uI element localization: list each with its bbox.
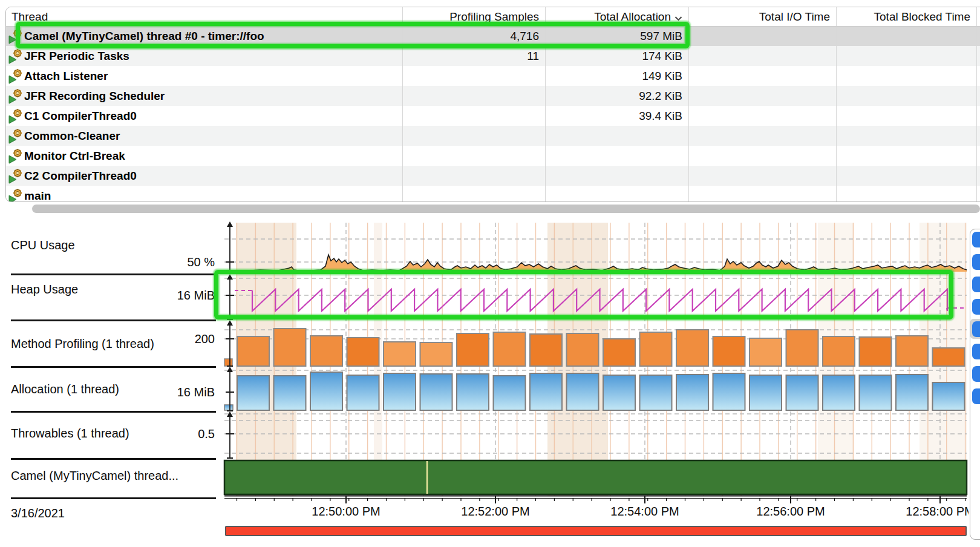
header-divider (6, 26, 980, 27)
lane-axis-arrow (227, 320, 233, 326)
lane-label-4: Throwables (1 thread) (11, 427, 129, 441)
total-allocation-value (551, 166, 682, 186)
time-tick-label: 12:58:00 PM (906, 505, 969, 519)
profiling-samples-value (408, 106, 539, 126)
allocation-bar (786, 375, 818, 410)
lane-label-1: Heap Usage (11, 283, 78, 296)
method-profiling-stub (224, 359, 232, 366)
thread-table: Thread Profiling Samples Total Allocatio… (5, 7, 980, 202)
method-profiling-bar (237, 336, 269, 366)
allocation-stub (224, 405, 233, 410)
lane-separator (11, 319, 216, 321)
method-profiling-bar (347, 338, 379, 366)
column-header-thread[interactable]: Thread (11, 7, 253, 26)
method-profiling-bar (713, 336, 745, 366)
total-blocked-time-value (842, 166, 970, 186)
total-blocked-time-value (842, 66, 970, 86)
total-blocked-time-value (842, 146, 970, 166)
method-profiling-bar (860, 337, 892, 366)
total-allocation-value: 39.4 KiB (551, 106, 682, 126)
total-io-time-value (694, 86, 830, 106)
right-toolbar-panel (970, 229, 980, 540)
toolbar-button-7[interactable] (972, 388, 980, 404)
total-io-time-value (694, 146, 830, 166)
timeline-range-scrollbar[interactable] (225, 526, 967, 536)
method-profiling-bar (786, 330, 818, 366)
method-profiling-bar (384, 342, 416, 366)
toolbar-button-5[interactable] (972, 344, 980, 359)
table-row[interactable]: Camel (MyTinyCamel) thread #0 - timer://… (6, 26, 980, 46)
table-row[interactable]: Attach Listener149 KiB (6, 66, 980, 86)
column-separator (688, 7, 689, 201)
table-row[interactable]: Common-Cleaner (6, 126, 980, 146)
allocation-bar (237, 376, 269, 410)
method-profiling-bar (896, 336, 928, 366)
heap-usage-sawtooth (252, 289, 947, 311)
toolbar-button-0[interactable] (972, 232, 980, 247)
total-blocked-time-value (842, 186, 970, 202)
profiling-samples-value (408, 166, 539, 186)
allocation-bar (274, 376, 306, 410)
table-row[interactable]: C2 CompilerThread0 (6, 166, 980, 186)
table-row[interactable]: Monitor Ctrl-Break (6, 146, 980, 166)
allocation-bar (603, 375, 635, 410)
allocation-bar (933, 382, 965, 410)
column-header-profiling-samples[interactable]: Profiling Samples (408, 7, 539, 26)
table-row[interactable]: C1 CompilerThread039.4 KiB (6, 106, 980, 126)
table-row[interactable]: JFR Recording Scheduler92.2 KiB (6, 86, 980, 106)
total-allocation-value: 149 KiB (551, 66, 682, 86)
total-allocation-value (551, 186, 682, 202)
toolbar-button-1[interactable] (972, 254, 980, 270)
method-profiling-bar (457, 333, 489, 366)
background-band (236, 223, 296, 496)
method-profiling-bar (676, 330, 708, 366)
thread-icon (8, 128, 24, 144)
total-blocked-time-value (842, 26, 970, 46)
lane-tick-value: 16 MiB (154, 289, 215, 303)
method-profiling-bar (750, 338, 782, 366)
horizontal-scrollbar-thumb[interactable] (32, 205, 980, 213)
toolbar-button-3[interactable] (972, 299, 980, 315)
allocation-bar (860, 375, 892, 410)
allocation-bar (896, 375, 928, 410)
allocation-bar (384, 373, 416, 410)
lane-separator (11, 366, 216, 368)
allocation-bar (750, 375, 782, 410)
lane-tick-value: 200 (154, 332, 215, 346)
total-allocation-value (551, 126, 682, 146)
total-io-time-value (694, 126, 830, 146)
thread-icon (8, 108, 24, 124)
table-row[interactable]: JFR Periodic Tasks11174 KiB (6, 46, 980, 66)
profiling-samples-value (408, 86, 539, 106)
profiling-samples-value (408, 186, 539, 202)
thread-icon (8, 148, 24, 164)
lane-tick-value: 50 % (154, 255, 215, 269)
toolbar-button-6[interactable] (972, 366, 980, 382)
lane-axis-arrow (227, 411, 233, 417)
method-profiling-bar (310, 336, 342, 366)
column-header-total-allocation[interactable]: Total Allocation (551, 7, 682, 26)
allocation-bar (457, 374, 489, 410)
column-separator (545, 7, 546, 201)
annotation-heap-usage-lane (214, 270, 953, 319)
method-profiling-bar (567, 333, 599, 366)
allocation-bar (494, 376, 526, 410)
total-io-time-value (694, 186, 830, 202)
column-header-total-blocked-time[interactable]: Total Blocked Time (842, 7, 970, 26)
toolbar-button-2[interactable] (972, 277, 980, 292)
thread-icon (8, 48, 24, 64)
allocation-bar (310, 372, 342, 410)
lane-axis-arrow (227, 367, 233, 372)
column-separator (402, 7, 403, 201)
allocation-bar (713, 373, 745, 410)
toolbar-button-4[interactable] (972, 321, 980, 337)
sort-descending-icon (675, 8, 682, 27)
profiling-samples-value (408, 146, 539, 166)
column-header-total-io-time[interactable]: Total I/O Time (694, 7, 830, 26)
total-blocked-time-value (842, 86, 970, 106)
total-io-time-value (694, 66, 830, 86)
lane-tick-value: 16 MiB (154, 385, 215, 399)
method-profiling-bar (603, 339, 635, 366)
lane-label-0: CPU Usage (11, 238, 75, 252)
table-row[interactable]: main (6, 186, 980, 202)
